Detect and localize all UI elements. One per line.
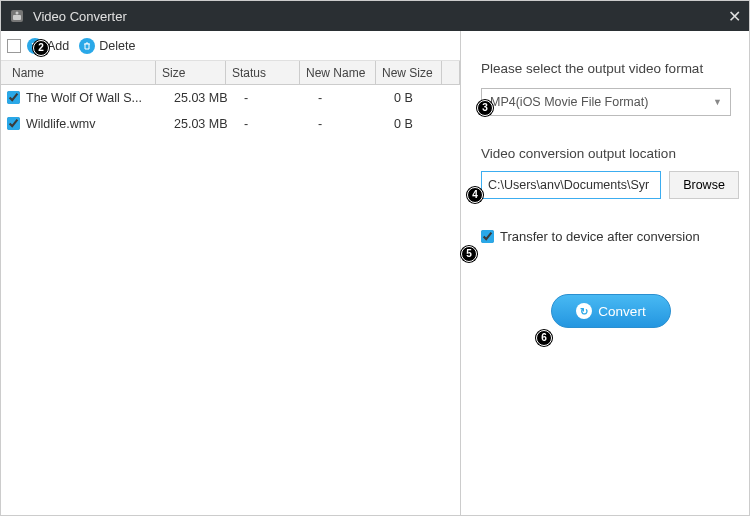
chevron-down-icon: ▼ — [713, 97, 722, 107]
convert-button[interactable]: ↻ Convert — [551, 294, 671, 328]
browse-button[interactable]: Browse — [669, 171, 739, 199]
table-row[interactable]: Wildlife.wmv 25.03 MB - - 0 B — [1, 111, 460, 137]
toolbar: Add Delete — [1, 31, 460, 61]
delete-label: Delete — [99, 39, 135, 53]
col-status[interactable]: Status — [226, 61, 300, 84]
cell-status: - — [244, 117, 318, 131]
title-bar: Video Converter ✕ — [1, 1, 749, 31]
cell-status: - — [244, 91, 318, 105]
select-all-checkbox[interactable] — [7, 39, 21, 53]
table-row[interactable]: The Wolf Of Wall S... 25.03 MB - - 0 B — [1, 85, 460, 111]
svg-rect-1 — [13, 15, 21, 20]
add-label: Add — [47, 39, 69, 53]
annotation-badge-3: 3 — [477, 100, 493, 116]
transfer-checkbox[interactable] — [481, 230, 494, 243]
col-newname[interactable]: New Name — [300, 61, 376, 84]
table-body: The Wolf Of Wall S... 25.03 MB - - 0 B W… — [1, 85, 460, 515]
svg-point-2 — [16, 12, 19, 15]
cell-name: The Wolf Of Wall S... — [26, 91, 174, 105]
cell-newname: - — [318, 117, 394, 131]
annotation-badge-6: 6 — [536, 330, 552, 346]
cell-size: 25.03 MB — [174, 91, 244, 105]
row-checkbox[interactable] — [7, 91, 20, 104]
delete-button[interactable]: Delete — [79, 38, 135, 54]
col-spacer — [442, 61, 460, 84]
close-button[interactable]: ✕ — [728, 7, 741, 26]
row-checkbox[interactable] — [7, 117, 20, 130]
refresh-icon: ↻ — [576, 303, 592, 319]
col-newsize[interactable]: New Size — [376, 61, 442, 84]
transfer-label: Transfer to device after conversion — [500, 229, 700, 244]
location-input[interactable] — [481, 171, 661, 199]
table-header: Name Size Status New Name New Size — [1, 61, 460, 85]
annotation-badge-4: 4 — [467, 187, 483, 203]
trash-icon — [79, 38, 95, 54]
convert-label: Convert — [598, 304, 645, 319]
col-name[interactable]: Name — [6, 61, 156, 84]
cell-name: Wildlife.wmv — [26, 117, 174, 131]
video-converter-window: Video Converter ✕ Add Delete — [0, 0, 750, 516]
format-select[interactable]: MP4(iOS Movie File Format) ▼ — [481, 88, 731, 116]
location-label: Video conversion output location — [481, 146, 739, 161]
window-title: Video Converter — [33, 9, 127, 24]
file-list-panel: Add Delete Name Size Status New Name New… — [1, 31, 461, 515]
settings-panel: Please select the output video format MP… — [461, 31, 750, 515]
cell-newsize: 0 B — [394, 91, 460, 105]
format-label: Please select the output video format — [481, 61, 739, 76]
format-value: MP4(iOS Movie File Format) — [490, 95, 648, 109]
cell-newsize: 0 B — [394, 117, 460, 131]
col-size[interactable]: Size — [156, 61, 226, 84]
annotation-badge-5: 5 — [461, 246, 477, 262]
app-icon — [9, 8, 25, 24]
annotation-badge-2: 2 — [33, 40, 49, 56]
cell-size: 25.03 MB — [174, 117, 244, 131]
cell-newname: - — [318, 91, 394, 105]
